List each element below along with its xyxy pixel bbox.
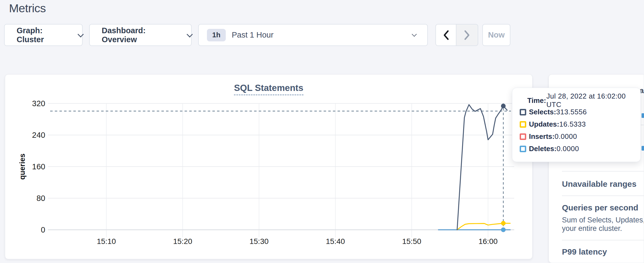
tooltip-series-value: 16.5333 [559, 120, 586, 129]
hover-marker-updates [501, 221, 506, 226]
tooltip-series-value: 0.0000 [555, 132, 577, 141]
time-range-selector[interactable]: 1h Past 1 Hour [198, 24, 428, 46]
hover-marker-selects [501, 104, 506, 108]
dashboard-dropdown[interactable]: Dashboard: Overview [89, 24, 192, 46]
tooltip-series-row: Deletes:0.0000 [512, 143, 640, 155]
tooltip-time-label: Time: [527, 96, 546, 105]
time-range-badge: 1h [207, 29, 226, 41]
tooltip-time-value: Jul 28, 2022 at 16:02:00 UTC [546, 92, 640, 109]
series-swatch-icon [520, 109, 526, 115]
chart-hover-tooltip: Time: Jul 28, 2022 at 16:02:00 UTC Selec… [512, 88, 641, 162]
tooltip-series-row: Updates:16.5333 [512, 118, 640, 130]
tooltip-series-label: Updates: [529, 120, 559, 129]
tooltip-time-row: Time: Jul 28, 2022 at 16:02:00 UTC [512, 95, 640, 106]
tooltip-series-label: Inserts: [529, 132, 555, 141]
page-title: Metrics [9, 2, 46, 15]
time-range-label: Past 1 Hour [232, 30, 273, 39]
y-axis-tick-label: 160 [32, 162, 45, 171]
clipped-link-fragment [642, 146, 644, 151]
hover-marker-deletes [501, 228, 506, 232]
tooltip-series-row: Inserts:0.0000 [512, 130, 640, 143]
dashboard-dropdown-label: Dashboard: Overview [102, 26, 180, 44]
chevron-down-icon [412, 32, 417, 36]
sidebar-section-description: Sum of Selects, Updates, Inser [562, 216, 644, 224]
sidebar-section-description: your entire cluster. [562, 224, 622, 233]
clipped-link-fragment [642, 113, 644, 118]
y-axis-tick-label: 80 [37, 194, 45, 203]
time-back-button[interactable] [435, 24, 456, 46]
sidebar-section-unavailable-ranges: Unavailable ranges [562, 179, 636, 189]
graph-dropdown-label: Graph: Cluster [17, 26, 71, 44]
tooltip-series-label: Deletes: [529, 145, 556, 153]
x-axis-tick-label: 15:30 [249, 237, 269, 246]
y-axis-tick-label: 240 [32, 131, 45, 139]
divider [562, 171, 644, 172]
y-axis-title: queries [18, 154, 26, 180]
tooltip-series-value: 313.5556 [556, 108, 587, 116]
divider [562, 240, 644, 240]
sql-statements-chart[interactable]: 15:1015:2015:3015:4015:5016:000801602403… [5, 75, 533, 259]
graph-dropdown[interactable]: Graph: Cluster [4, 24, 83, 46]
series-line-selects [457, 105, 507, 230]
series-swatch-icon [520, 133, 526, 140]
sidebar-section-p99-latency: P99 latency [562, 247, 607, 256]
x-axis-tick-label: 16:00 [479, 237, 498, 246]
x-axis-tick-label: 15:20 [173, 237, 192, 246]
divider [562, 195, 644, 196]
chevron-right-icon [464, 30, 470, 40]
series-swatch-icon [520, 146, 526, 152]
now-button-label: Now [488, 30, 505, 39]
x-axis-tick-label: 15:50 [402, 237, 421, 246]
tooltip-series-value: 0.0000 [556, 145, 579, 153]
sidebar-section-queries-per-second: Queries per second [562, 203, 638, 212]
chevron-down-icon [187, 31, 193, 37]
sql-statements-chart-card: SQL Statements 15:1015:2015:3015:4015:50… [5, 74, 532, 259]
x-axis-tick-label: 15:40 [326, 237, 345, 246]
chevron-down-icon [78, 31, 84, 37]
time-forward-button[interactable] [456, 24, 478, 46]
x-axis-tick-label: 15:10 [97, 237, 116, 246]
y-axis-tick-label: 320 [32, 99, 45, 108]
series-swatch-icon [520, 121, 526, 128]
now-button[interactable]: Now [482, 24, 510, 46]
chevron-left-icon [443, 30, 449, 40]
y-axis-tick-label: 0 [41, 225, 45, 234]
tooltip-series-label: Selects: [529, 108, 556, 116]
